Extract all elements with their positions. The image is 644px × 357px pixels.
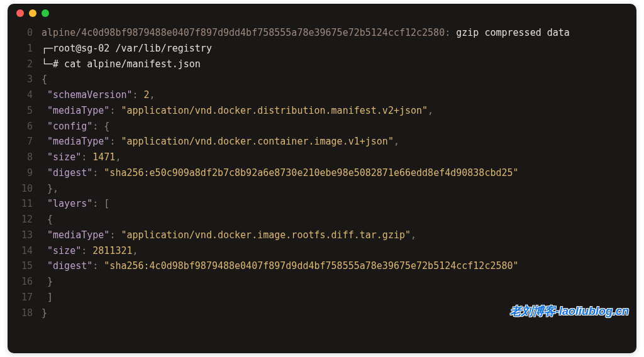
- close-icon[interactable]: [16, 9, 24, 17]
- line-number: 11: [15, 196, 42, 212]
- colon: :: [133, 87, 144, 103]
- line-number: 13: [15, 228, 42, 243]
- line-number: 1: [15, 41, 42, 57]
- code-line: 12 {: [15, 212, 626, 228]
- code-line: 4 "schemaVersion" : 2 ,: [15, 87, 626, 103]
- colon: :: [109, 228, 121, 243]
- comma: ,: [115, 150, 121, 165]
- indent: [42, 103, 47, 119]
- prompt-prefix: └─: [42, 57, 53, 72]
- brace-open: {: [104, 119, 109, 135]
- json-value: "sha256:e50c909a8df2b7c8b92a6e8730e210eb…: [104, 165, 518, 181]
- brace-open: {: [42, 72, 47, 87]
- line-number: 17: [15, 290, 42, 305]
- line-number: 7: [15, 134, 42, 150]
- line-number: 9: [15, 165, 42, 181]
- code-line: 3 {: [15, 72, 626, 87]
- brace-close: },: [47, 181, 58, 197]
- indent: [42, 181, 47, 197]
- colon: :: [92, 119, 104, 135]
- prompt-prefix: ┌─: [42, 41, 53, 57]
- code-line: 5 "mediaType" : "application/vnd.docker.…: [15, 103, 626, 119]
- bracket-close: ]: [47, 290, 53, 305]
- brace-close: }: [42, 305, 47, 321]
- json-key: "config": [47, 119, 92, 135]
- code-line: 15 "digest" : "sha256:4c0d98bf9879488e04…: [15, 258, 626, 274]
- code-line: 6 "config" : {: [15, 119, 626, 135]
- code-line: 1 ┌─ root@sg-02 /var/lib/registry: [15, 41, 626, 57]
- line-number: 4: [15, 87, 42, 103]
- indent: [42, 119, 47, 135]
- indent: [42, 258, 47, 274]
- indent: [42, 228, 47, 243]
- line-number: 6: [15, 119, 42, 135]
- code-line: 11 "layers" : [: [15, 196, 626, 212]
- line-number: 12: [15, 212, 42, 228]
- json-value: 2811321: [92, 243, 132, 259]
- brace-open: {: [47, 212, 53, 228]
- line-number: 3: [15, 72, 42, 87]
- json-key: "schemaVersion": [47, 87, 132, 103]
- code-line: 9 "digest" : "sha256:e50c909a8df2b7c8b92…: [15, 165, 626, 181]
- colon: :: [445, 25, 456, 41]
- json-key: "mediaType": [47, 103, 109, 119]
- json-key: "layers": [47, 196, 92, 212]
- zoom-icon[interactable]: [42, 9, 49, 17]
- code-line: 10 },: [15, 181, 626, 197]
- comma: ,: [411, 228, 416, 243]
- prompt-text: root@sg-02 /var/lib/registry: [53, 41, 212, 57]
- line-number: 10: [15, 181, 42, 197]
- comma: ,: [133, 243, 138, 259]
- line-number: 0: [15, 25, 42, 41]
- code-area: 0 alpine/4c0d98bf9879488e0407f897d9dd4bf…: [8, 23, 636, 326]
- indent: [42, 165, 47, 181]
- json-value: "sha256:4c0d98bf9879488e0407f897d9dd4bf7…: [104, 258, 518, 274]
- indent: [42, 150, 47, 165]
- line-number: 18: [15, 305, 42, 321]
- json-value: "application/vnd.docker.image.rootfs.dif…: [121, 228, 411, 243]
- colon: :: [81, 243, 92, 259]
- colon: :: [92, 196, 104, 212]
- line-number: 8: [15, 150, 42, 165]
- brace-close: }: [47, 274, 53, 290]
- comma: ,: [394, 134, 399, 150]
- line-number: 14: [15, 243, 42, 259]
- code-line: 0 alpine/4c0d98bf9879488e0407f897d9dd4bf…: [15, 25, 626, 41]
- colon: :: [92, 258, 104, 274]
- code-line: 13 "mediaType" : "application/vnd.docker…: [15, 228, 626, 243]
- code-line: 14 "size" : 2811321 ,: [15, 243, 626, 259]
- command-text: # cat alpine/manifest.json: [53, 57, 201, 72]
- json-key: "digest": [47, 165, 92, 181]
- line-number: 15: [15, 258, 42, 274]
- json-value: 2: [144, 87, 150, 103]
- minimize-icon[interactable]: [29, 9, 36, 17]
- code-line: 2 └─ # cat alpine/manifest.json: [15, 57, 626, 72]
- indent: [42, 87, 47, 103]
- code-line: 7 "mediaType" : "application/vnd.docker.…: [15, 134, 626, 150]
- colon: :: [92, 165, 104, 181]
- json-key: "size": [47, 150, 81, 165]
- json-value: 1471: [92, 150, 115, 165]
- watermark-text: 老刘博客-laoliublog.cn: [510, 302, 629, 321]
- terminal-window: 0 alpine/4c0d98bf9879488e0407f897d9dd4bf…: [8, 4, 636, 353]
- indent: [42, 290, 47, 305]
- indent: [42, 243, 47, 259]
- indent: [42, 134, 47, 150]
- comma: ,: [150, 87, 155, 103]
- indent: [42, 274, 47, 290]
- json-key: "digest": [47, 258, 92, 274]
- code-line: 8 "size" : 1471 ,: [15, 150, 626, 165]
- colon: :: [109, 134, 121, 150]
- file-type-text: gzip compressed data: [456, 25, 570, 41]
- json-value: "application/vnd.docker.distribution.man…: [121, 103, 428, 119]
- colon: :: [109, 103, 121, 119]
- line-number: 16: [15, 274, 42, 290]
- path-text: alpine/4c0d98bf9879488e0407f897d9dd4bf75…: [42, 25, 445, 41]
- colon: :: [81, 150, 92, 165]
- title-bar: [8, 4, 636, 23]
- comma: ,: [428, 103, 433, 119]
- line-number: 2: [15, 57, 42, 72]
- line-number: 5: [15, 103, 42, 119]
- bracket-open: [: [104, 196, 109, 212]
- json-key: "mediaType": [47, 228, 109, 243]
